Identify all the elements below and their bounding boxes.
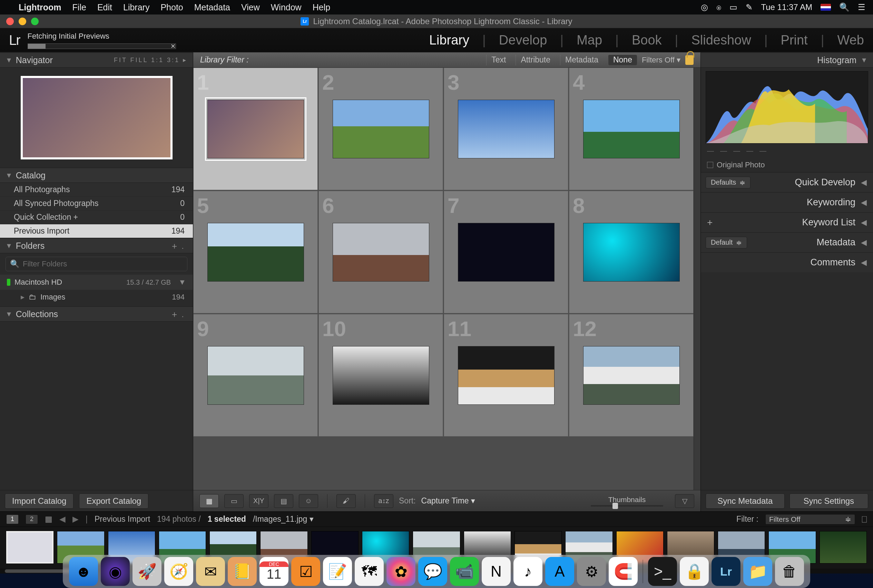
metadata-header[interactable]: Default≑ Metadata◀ (701, 232, 873, 252)
dock-launchpad-icon[interactable]: 🚀 (132, 557, 162, 586)
filmstrip-thumb[interactable] (6, 531, 54, 564)
thumbnail-size-slider[interactable] (591, 505, 663, 507)
module-develop[interactable]: Develop (499, 33, 547, 48)
grid-cell[interactable]: 9 (193, 314, 318, 436)
view-loupe-button[interactable]: ▭ (224, 494, 244, 508)
navigator-zoom-options[interactable]: FIT FILL 1:1 3:1 ▸ (114, 56, 188, 64)
dock-terminal-icon[interactable]: >_ (648, 557, 677, 586)
dock-reminders-icon[interactable]: ☑ (291, 557, 320, 586)
filter-lock-icon[interactable] (685, 55, 694, 65)
dock-settings-icon[interactable]: ⚙ (577, 557, 606, 586)
thumbnail[interactable] (333, 346, 429, 405)
thumbnail[interactable] (458, 346, 555, 405)
add-collection-icon[interactable]: ＋﹒ (170, 309, 188, 320)
thumbnail[interactable] (333, 100, 429, 158)
dock-itunes-icon[interactable]: ♪ (513, 557, 542, 586)
thumbnail[interactable] (207, 100, 304, 158)
menu-edit[interactable]: Edit (97, 2, 112, 12)
dock-mail-icon[interactable]: ✉ (196, 557, 225, 586)
menu-view[interactable]: View (241, 2, 260, 12)
catalog-row-quick[interactable]: Quick Collection + 0 (0, 210, 193, 224)
dock-photos-icon[interactable]: ✿ (387, 557, 416, 586)
nav-forward-icon[interactable]: ▶ (72, 514, 79, 524)
grid-cell[interactable]: 11 (444, 314, 568, 436)
dock-calendar-icon[interactable]: DEC 11 (260, 557, 288, 586)
grid-cell[interactable]: 6 (318, 191, 443, 314)
tablet-icon[interactable]: ✎ (746, 2, 753, 12)
navigator-header[interactable]: ▼ Navigator FIT FILL 1:1 3:1 ▸ (0, 52, 193, 68)
creative-cloud-icon[interactable]: ◎ (701, 2, 708, 12)
grid-cell[interactable]: 12 (569, 314, 694, 436)
grid-cell[interactable]: 5 (193, 191, 318, 314)
window-maximize-button[interactable] (31, 18, 39, 25)
dock-notes-icon[interactable]: 📝 (323, 557, 352, 586)
dock-messages-icon[interactable]: 💬 (418, 557, 447, 586)
sync-settings-button[interactable]: Sync Settings (789, 494, 868, 508)
dock-appstore-icon[interactable]: A (545, 557, 574, 586)
grid-cell[interactable]: 2 (318, 68, 443, 190)
view-survey-button[interactable]: ▤ (274, 494, 293, 508)
monitor-1-button[interactable]: 1 (6, 514, 19, 524)
grid-cell[interactable]: 4 (569, 68, 694, 190)
keywording-header[interactable]: Keywording◀ (701, 192, 873, 212)
module-map[interactable]: Map (577, 33, 602, 48)
dock-trash-icon[interactable]: 🗑 (775, 557, 804, 586)
sort-direction-button[interactable]: a↕z (374, 494, 393, 508)
filmstrip-filter-dropdown[interactable]: Filters Off≑ (765, 514, 855, 525)
module-slideshow[interactable]: Slideshow (691, 33, 751, 48)
grid-cell[interactable]: 1 (193, 68, 318, 190)
task-cancel-button[interactable]: ✕ (170, 42, 177, 50)
dock-maps-icon[interactable]: 🗺 (355, 557, 384, 586)
grid-view[interactable]: 1 2 3 4 5 6 7 8 9 10 11 12 (193, 68, 694, 490)
filter-attribute[interactable]: Attribute (516, 55, 555, 65)
grid-cell[interactable]: 8 (569, 191, 694, 314)
menu-file[interactable]: File (72, 2, 86, 12)
folders-header[interactable]: ▼ Folders ＋﹒ (0, 238, 193, 253)
thumbnail[interactable] (583, 100, 680, 158)
module-library[interactable]: Library (429, 33, 469, 48)
dock-contacts-icon[interactable]: 📒 (228, 557, 257, 586)
airplay-icon[interactable]: ▭ (729, 2, 737, 12)
dock-downloads-icon[interactable]: 📁 (743, 557, 772, 586)
filter-metadata[interactable]: Metadata (560, 55, 603, 65)
breadcrumb-source[interactable]: Previous Import (94, 514, 150, 524)
catalog-header[interactable]: ▼ Catalog (0, 168, 193, 183)
dock-magnet-icon[interactable]: 🧲 (609, 557, 638, 586)
menu-library[interactable]: Library (123, 2, 149, 12)
import-catalog-button[interactable]: Import Catalog (5, 494, 74, 508)
thumbnail[interactable] (458, 223, 555, 282)
monitor-2-button[interactable]: 2 (26, 514, 38, 524)
thumbnail[interactable] (207, 223, 304, 282)
grid-cell[interactable]: 7 (444, 191, 568, 314)
menu-photo[interactable]: Photo (160, 2, 183, 12)
thumbnail[interactable] (458, 100, 555, 158)
thumbnail[interactable] (333, 223, 429, 282)
view-grid-button[interactable]: ▦ (200, 494, 219, 508)
grid-cell[interactable]: 10 (318, 314, 443, 436)
grid-mode-icon[interactable]: ▦ (45, 514, 52, 524)
window-close-button[interactable] (6, 18, 14, 25)
add-folder-icon[interactable]: ＋﹒ (170, 240, 188, 252)
filmstrip-filter-lock-icon[interactable]: ⎕ (862, 514, 867, 524)
menubar-clock[interactable]: Tue 11:37 AM (761, 2, 812, 12)
dock-1password-icon[interactable]: 🔒 (680, 557, 709, 586)
dock-news-icon[interactable]: N (482, 557, 511, 586)
folder-filter-input[interactable]: 🔍 Filter Folders (6, 257, 188, 271)
menu-window[interactable]: Window (271, 2, 302, 12)
grid-scrollbar[interactable] (694, 68, 700, 490)
status-icon[interactable]: ⍟ (716, 2, 721, 12)
thumbnail[interactable] (583, 346, 680, 405)
quick-develop-header[interactable]: Defaults≑ Quick Develop◀ (701, 172, 873, 192)
preset-dropdown[interactable]: Defaults≑ (706, 177, 750, 188)
catalog-row-all[interactable]: All Photographs 194 (0, 183, 193, 197)
dock-lightroom-icon[interactable]: Lr (711, 557, 741, 586)
filter-preset-dropdown[interactable]: Filters Off ▾ (642, 56, 681, 64)
sync-metadata-button[interactable]: Sync Metadata (706, 494, 784, 508)
app-menu[interactable]: Lightroom (19, 2, 62, 12)
toolbar-options-button[interactable]: ▽ (675, 494, 694, 508)
module-print[interactable]: Print (781, 33, 808, 48)
catalog-row-previous-import[interactable]: Previous Import 194 (0, 224, 193, 238)
menu-metadata[interactable]: Metadata (194, 2, 230, 12)
filter-none[interactable]: None (608, 55, 637, 65)
grid-cell[interactable]: 3 (444, 68, 568, 190)
